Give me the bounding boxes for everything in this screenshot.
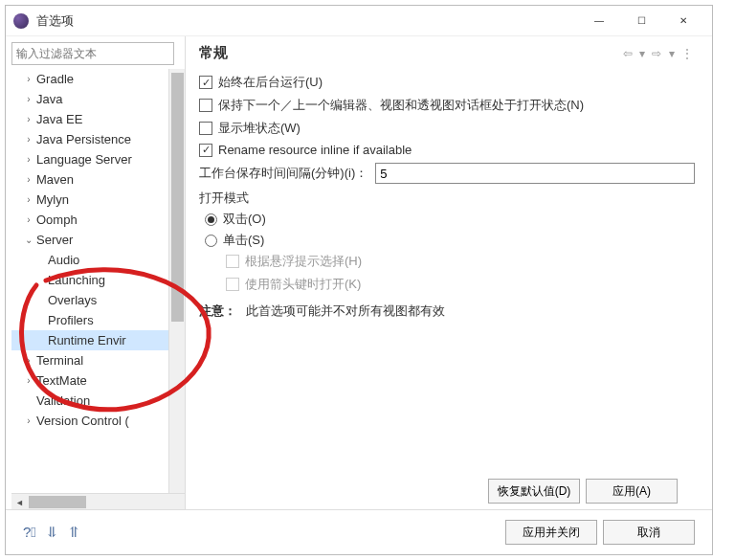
tree-item[interactable]: ⌄Server: [11, 230, 168, 250]
checkbox-arrow-open: [226, 278, 239, 291]
preferences-tree[interactable]: ›Gradle›Java›Java EE›Java Persistence›La…: [11, 69, 168, 493]
tree-item[interactable]: ›Oomph: [11, 210, 168, 230]
eclipse-icon: [13, 13, 29, 29]
horizontal-scrollbar[interactable]: ◄: [11, 493, 185, 509]
tree-item[interactable]: Overlays: [11, 290, 168, 310]
close-button[interactable]: ✕: [662, 7, 704, 35]
tree-item[interactable]: Profilers: [11, 310, 168, 330]
radio-single-click[interactable]: [205, 235, 217, 247]
tree-item[interactable]: Audio: [11, 250, 168, 270]
tree-item[interactable]: ›Maven: [11, 169, 168, 190]
export-icon[interactable]: ⥣: [68, 524, 80, 541]
tree-item[interactable]: ›Java Persistence: [11, 129, 168, 149]
save-interval-label: 工作台保存时间间隔(分钟)(i)：: [199, 165, 368, 182]
tree-item[interactable]: ›Version Control (: [11, 411, 168, 431]
apply-button[interactable]: 应用(A): [586, 479, 678, 504]
restore-defaults-button[interactable]: 恢复默认值(D): [488, 479, 580, 504]
note-text: 注意：此首选项可能并不对所有视图都有效: [199, 302, 695, 320]
minimize-button[interactable]: —: [578, 7, 620, 35]
tree-item[interactable]: Launching: [11, 270, 168, 290]
nav-history-icons[interactable]: ⇦ ▾ ⇨ ▾ ⋮: [623, 47, 695, 60]
window-title: 首选项: [36, 12, 578, 30]
tree-item[interactable]: Validation: [11, 391, 168, 411]
save-interval-input[interactable]: [375, 163, 695, 184]
import-icon[interactable]: ⥥: [46, 524, 58, 541]
tree-item[interactable]: ›TextMate: [11, 370, 168, 391]
page-heading: 常规: [199, 44, 623, 62]
apply-close-button[interactable]: 应用并关闭: [505, 520, 597, 545]
content-pane: 常规 ⇦ ▾ ⇨ ▾ ⋮ 始终在后台运行(U) 保持下一个／上一个编辑器、视图和…: [186, 36, 712, 509]
footer: ?⃝ ⥥ ⥣ 应用并关闭 取消: [6, 509, 712, 554]
cancel-button[interactable]: 取消: [603, 520, 695, 545]
titlebar: 首选项 — ☐ ✕: [6, 6, 712, 36]
tree-item[interactable]: ›Gradle: [11, 69, 168, 89]
maximize-button[interactable]: ☐: [620, 7, 662, 35]
checkbox-show-heap[interactable]: [199, 122, 212, 135]
tree-item[interactable]: ›Java: [11, 89, 168, 109]
filter-input[interactable]: [11, 42, 174, 65]
tree-item[interactable]: ›Mylyn: [11, 190, 168, 210]
checkbox-background[interactable]: [199, 76, 212, 89]
vertical-scrollbar[interactable]: [168, 69, 185, 493]
tree-item[interactable]: ›Terminal: [11, 350, 168, 370]
tree-item[interactable]: ›Language Server: [11, 149, 168, 169]
tree-item[interactable]: ›Java EE: [11, 109, 168, 129]
help-icon[interactable]: ?⃝: [23, 524, 36, 541]
checkbox-hover-select: [226, 255, 239, 268]
checkbox-rename-inline[interactable]: [199, 144, 212, 157]
open-mode-title: 打开模式: [199, 190, 695, 207]
tree-item[interactable]: Runtime Envir: [11, 330, 168, 350]
sidebar: ›Gradle›Java›Java EE›Java Persistence›La…: [6, 36, 186, 509]
radio-double-click[interactable]: [205, 213, 217, 226]
checkbox-keep-editor[interactable]: [199, 99, 212, 112]
preferences-window: 首选项 — ☐ ✕ ›Gradle›Java›Java EE›Java Pers…: [5, 5, 713, 555]
